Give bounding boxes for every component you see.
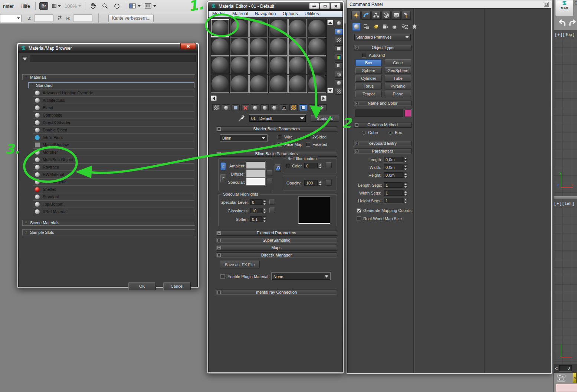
materials-group-header[interactable]: Materials [22,74,195,80]
sample-slots-header[interactable]: Sample Slots [22,229,195,235]
sample-slot[interactable] [308,56,326,74]
box-radio[interactable] [389,131,393,135]
sample-slot[interactable] [249,56,268,74]
material-editor-titlebar[interactable]: Material Editor - 01 - Default [208,2,343,10]
tab-utilities[interactable] [401,11,411,20]
primitive-category-dropdown[interactable]: Standard Primitives [354,34,411,40]
rollout-directx-manager[interactable]: DirectX Manager [216,252,337,258]
generate-mapping-checkbox[interactable] [357,208,361,213]
rollout-supersampling[interactable]: SuperSampling [216,238,337,243]
cube-radio[interactable] [362,131,366,135]
specular-map-button[interactable] [267,179,272,184]
menu-options[interactable]: Options [282,11,298,16]
face-map-checkbox[interactable] [278,142,282,147]
height-segs-value[interactable]: 1 [384,198,403,203]
material-item[interactable]: Advanced Lighting Override [33,89,194,97]
zoom-level-control[interactable]: 100% [65,3,81,9]
plugin-material-dropdown[interactable]: None [272,273,330,280]
make-preview-button[interactable] [335,62,343,69]
tab-display[interactable] [391,11,401,20]
self-illum-color-control[interactable]: Color [286,164,302,168]
reset-map-button[interactable] [241,104,249,111]
rollout-mental-ray[interactable]: mental ray Connection [216,290,337,295]
sample-slot[interactable] [230,75,249,93]
object-button-sphere[interactable]: Sphere [355,67,382,74]
width-input[interactable] [34,14,53,22]
panel-menu-button[interactable] [544,2,549,7]
material-item[interactable]: Matte/Shadow [33,141,194,148]
self-illum-map-button[interactable] [326,162,332,168]
tool-preset-select[interactable] [0,14,22,22]
material-item[interactable]: Shell Material [33,178,194,186]
sample-type-button[interactable] [335,20,343,26]
sample-slot[interactable] [308,75,326,93]
object-name-field[interactable] [355,110,403,117]
command-panel-titlebar[interactable]: Command Panel [347,0,552,8]
put-material-to-scene-button[interactable] [222,104,230,111]
tab-hierarchy[interactable] [371,11,381,20]
browser-titlebar[interactable]: Material/Map Browser [18,44,198,52]
category-geometry[interactable] [352,23,361,31]
rotate-view-button[interactable] [113,2,121,10]
mini-bridge-button[interactable] [52,4,61,8]
menu-navigation[interactable]: Navigation [255,11,276,16]
faceted-checkbox[interactable] [306,142,310,147]
scroll-right-button[interactable] [321,95,327,101]
rollout-keyboard-entry[interactable]: Keyboard Entry [354,141,412,146]
category-shapes[interactable] [362,23,370,31]
backlight-button[interactable] [335,28,343,35]
wire-control[interactable]: Wire [278,135,293,139]
category-helpers[interactable] [391,23,399,31]
menu-modes[interactable]: Modes [212,11,226,16]
material-item[interactable]: Standard [33,193,194,200]
shader-dropdown[interactable]: Blinn [220,135,267,141]
width-segs-value[interactable]: 1 [384,190,403,196]
material-item[interactable]: Double Sided [33,126,194,134]
spinner-arrows-icon[interactable] [318,163,322,169]
object-button-tube[interactable]: Tube [385,75,411,82]
length-spinner[interactable]: 0,0m [384,157,407,162]
height-value[interactable]: 0,0m [384,172,403,178]
show-map-in-viewport-button[interactable] [289,104,298,111]
rollout-creation-method[interactable]: Creation Method [354,122,412,128]
sample-slot[interactable] [249,37,268,56]
viewport-top-label[interactable]: [ + ] [ Top ] [555,32,574,37]
creation-method-box[interactable]: Box [389,130,402,135]
sample-slot[interactable] [269,37,288,56]
menu-material[interactable]: Material [232,11,248,16]
spinner-arrows-icon[interactable] [318,180,322,186]
frame-number-field[interactable]: 0 [559,365,572,371]
object-button-box[interactable]: Box [355,59,382,66]
opacity-value[interactable]: 100 [304,180,318,186]
trackbar-toggle-icon[interactable] [557,374,565,382]
mini-listener[interactable] [556,384,577,392]
opacity-spinner[interactable]: 100 [304,180,322,186]
sample-uv-tiling-button[interactable] [335,45,343,52]
make-unique-button[interactable] [260,104,269,111]
get-material-button[interactable] [212,104,220,111]
ambient-color-swatch[interactable] [246,161,265,169]
category-systems[interactable] [410,23,419,31]
length-segs-value[interactable]: 1 [384,182,403,188]
autogrid-checkbox[interactable] [362,53,366,58]
length-segs-spinner[interactable]: 1 [384,182,407,188]
tab-motion[interactable] [381,11,391,20]
sample-slot[interactable] [269,75,288,93]
swap-dimensions-icon[interactable] [56,15,63,21]
object-color-swatch[interactable] [404,110,411,117]
tab-modify[interactable] [361,11,371,20]
material-item[interactable]: Architectural [33,97,194,104]
spinner-arrows-icon[interactable] [403,198,407,203]
diffuse-map-button[interactable] [267,170,272,176]
material-name-dropdown[interactable]: 01 - Default [249,115,306,122]
height-segs-spinner[interactable]: 1 [384,198,407,203]
arrange-documents-button[interactable] [129,3,141,9]
opacity-map-button[interactable] [326,180,332,186]
bridge-button[interactable]: Br [39,2,48,10]
scroll-down-button[interactable] [327,88,333,93]
assign-material-button[interactable] [232,104,240,111]
spinner-arrows-icon[interactable] [403,157,407,162]
enable-plugin-control[interactable]: Enable Plugin Material [220,274,268,279]
scroll-left-button[interactable] [211,95,217,101]
object-button-cone[interactable]: Cone [385,59,411,66]
